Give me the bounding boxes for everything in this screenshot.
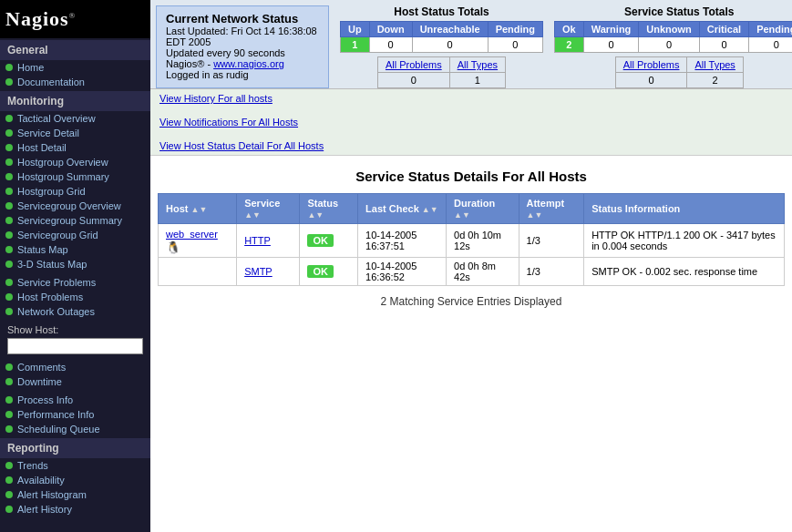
host-col-pending: Pending xyxy=(488,22,542,37)
network-status-title: Current Network Status xyxy=(166,12,319,26)
sidebar-label-status-map: Status Map xyxy=(17,244,68,255)
sidebar-item-sg-overview[interactable]: Servicegroup Overview xyxy=(0,199,150,213)
sidebar-item-sched-queue[interactable]: Scheduling Queue xyxy=(0,422,150,436)
sidebar-label-host: Host Detail xyxy=(17,142,67,153)
sidebar-item-sg-summary[interactable]: Servicegroup Summary xyxy=(0,213,150,228)
sidebar-item-status-map[interactable]: Status Map xyxy=(0,242,150,257)
col-duration-label: Duration xyxy=(454,198,495,209)
cell-last-check: 10-14-2005 16:37:51 xyxy=(358,224,447,258)
svc-col-unknown: Unknown xyxy=(639,22,700,37)
sidebar-item-alert-history[interactable]: Alert History xyxy=(0,502,150,517)
view-host-status-link[interactable]: View Host Status Detail For All Hosts xyxy=(159,139,783,152)
dot-status-map xyxy=(5,246,13,253)
sidebar-label-perf: Performance Info xyxy=(17,409,94,420)
edt: EDT 2005 xyxy=(166,36,319,47)
col-duration[interactable]: Duration ▲▼ xyxy=(447,194,519,224)
sidebar-item-process-info[interactable]: Process Info xyxy=(0,393,150,407)
dot-perf xyxy=(5,411,13,418)
sidebar-item-service-problems[interactable]: Service Problems xyxy=(0,275,150,290)
host-all-problems-table: All Problems All Types 0 1 xyxy=(377,56,506,88)
sidebar-label-sg-ov: Servicegroup Overview xyxy=(17,200,121,211)
sidebar-item-downtime[interactable]: Downtime xyxy=(0,374,150,389)
dot-sg-sum xyxy=(5,217,13,224)
host-col-unreachable: Unreachable xyxy=(412,22,488,37)
dot-comments xyxy=(5,363,13,371)
dot-hg-sum xyxy=(5,173,13,180)
sidebar-item-service-detail[interactable]: Service Detail xyxy=(0,126,150,140)
sidebar-item-hostgroup-summary[interactable]: Hostgroup Summary xyxy=(0,169,150,184)
extra-items: Comments Downtime xyxy=(0,360,150,389)
sidebar-item-comments[interactable]: Comments xyxy=(0,360,150,374)
sidebar-item-tactical-overview[interactable]: Tactical Overview xyxy=(0,111,150,126)
host-link[interactable]: web_server xyxy=(166,229,218,240)
col-host[interactable]: Host ▲▼ xyxy=(159,194,237,224)
matching-entries: 2 Matching Service Entries Displayed xyxy=(158,295,785,308)
svc-all-problems-link[interactable]: All Problems xyxy=(623,59,680,70)
view-notifications-link[interactable]: View Notifications For All Hosts xyxy=(159,116,783,128)
sidebar-item-3d-map[interactable]: 3-D Status Map xyxy=(0,257,150,271)
sidebar-item-hostgroup-overview[interactable]: Hostgroup Overview xyxy=(0,155,150,169)
col-info: Status Information xyxy=(584,194,785,224)
cell-host: web_server 🐧 xyxy=(159,224,237,258)
col-last-check-label: Last Check xyxy=(365,203,419,214)
sidebar-item-host-detail[interactable]: Host Detail xyxy=(0,140,150,155)
svc-val-warning[interactable]: 0 xyxy=(583,37,639,53)
svc-val-critical[interactable]: 0 xyxy=(699,37,748,53)
svc-val-ok[interactable]: 2 xyxy=(555,37,584,53)
col-attempt[interactable]: Attempt ▲▼ xyxy=(519,194,584,224)
linux-icon: 🐧 xyxy=(166,240,180,254)
nagios-url-link[interactable]: www.nagios.org xyxy=(213,58,284,69)
col-status[interactable]: Status ▲▼ xyxy=(300,194,358,224)
cell-duration: 0d 0h 10m 12s xyxy=(447,224,519,258)
host-all-types-link[interactable]: All Types xyxy=(458,59,498,70)
nagios-prefix: Nagios® - xyxy=(166,58,213,69)
view-history-link[interactable]: View History For all hosts xyxy=(159,92,783,105)
svc-col-ok: Ok xyxy=(555,22,584,37)
host-val-down[interactable]: 0 xyxy=(369,37,412,53)
service-link[interactable]: HTTP xyxy=(244,235,271,246)
section-general: General Home Documentation xyxy=(0,38,150,89)
sidebar-item-alert-histogram[interactable]: Alert Histogram xyxy=(0,487,150,502)
sidebar-item-network-outages[interactable]: Network Outages xyxy=(0,304,150,319)
sidebar-label-hg-sum: Hostgroup Summary xyxy=(17,171,109,182)
sidebar-item-availability[interactable]: Availability xyxy=(0,473,150,487)
table-row: web_server 🐧HTTPOK10-14-2005 16:37:510d … xyxy=(159,224,785,258)
sidebar-label-alert-history: Alert History xyxy=(17,504,72,515)
status-badge: OK xyxy=(307,234,334,247)
sidebar-item-home[interactable]: Home xyxy=(0,60,150,75)
col-last-check[interactable]: Last Check ▲▼ xyxy=(358,194,447,224)
sidebar-item-documentation[interactable]: Documentation xyxy=(0,75,150,89)
host-val-unreachable[interactable]: 0 xyxy=(412,37,488,53)
sidebar-item-trends[interactable]: Trends xyxy=(0,458,150,473)
svc-all-types-val: 2 xyxy=(687,73,743,88)
sidebar-label-sg-grid: Servicegroup Grid xyxy=(17,230,98,240)
dot-alert-hist xyxy=(5,491,13,498)
sidebar-item-host-problems[interactable]: Host Problems xyxy=(0,290,150,304)
col-service[interactable]: Service ▲▼ xyxy=(237,194,300,224)
dot-svc-probs xyxy=(5,279,13,286)
dot-3d-map xyxy=(5,261,13,268)
host-col-up: Up xyxy=(341,22,370,37)
sidebar-item-hostgroup-grid[interactable]: Hostgroup Grid xyxy=(0,184,150,199)
service-link[interactable]: SMTP xyxy=(244,266,273,277)
host-val-pending[interactable]: 0 xyxy=(488,37,542,53)
reporting-header: Reporting xyxy=(0,438,150,458)
svc-val-pending[interactable]: 0 xyxy=(749,37,792,53)
svc-all-problems-val: 0 xyxy=(615,73,687,88)
sidebar-label-tactical: Tactical Overview xyxy=(17,113,96,124)
cell-last-check: 10-14-2005 16:36:52 xyxy=(358,258,447,286)
sidebar-item-sg-grid[interactable]: Servicegroup Grid xyxy=(0,228,150,242)
show-host-input[interactable] xyxy=(7,338,143,354)
host-all-problems-link[interactable]: All Problems xyxy=(386,59,442,70)
dot-host-probs xyxy=(5,293,13,301)
svc-all-types-link[interactable]: All Types xyxy=(694,59,735,70)
sidebar-item-perf-info[interactable]: Performance Info xyxy=(0,407,150,422)
service-detail-title: Service Status Details For All Hosts xyxy=(158,169,785,184)
svc-val-unknown[interactable]: 0 xyxy=(639,37,700,53)
view-links: View History For all hosts View Notifica… xyxy=(150,89,792,156)
host-val-up[interactable]: 1 xyxy=(341,37,370,53)
cell-attempt: 1/3 xyxy=(519,258,584,286)
sidebar-label-downtime: Downtime xyxy=(17,376,62,387)
svc-col-warning: Warning xyxy=(583,22,639,37)
sidebar-label-svc-probs: Service Problems xyxy=(17,277,96,288)
